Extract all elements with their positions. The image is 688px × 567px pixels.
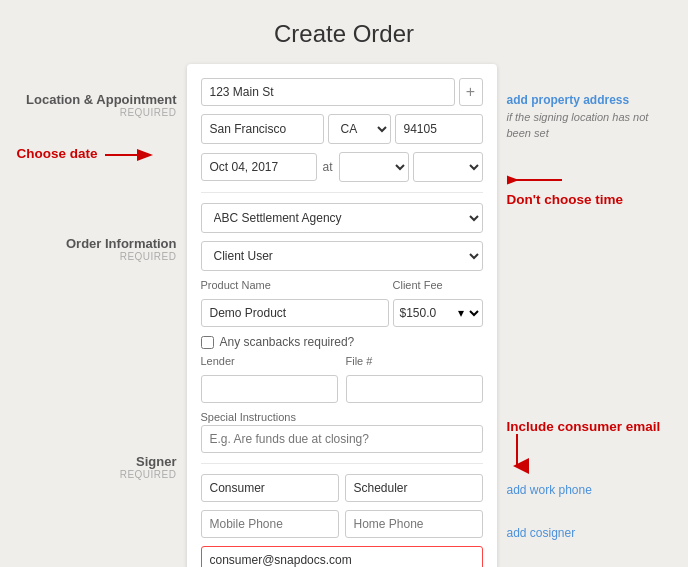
file-input[interactable] [346, 375, 483, 403]
signer-name-row [201, 474, 483, 502]
agency-select[interactable]: ABC Settlement Agency [201, 203, 483, 233]
scheduler-input[interactable] [345, 474, 483, 502]
time-end-select[interactable] [413, 152, 483, 182]
special-instructions-input[interactable] [201, 425, 483, 453]
lender-input[interactable] [201, 375, 338, 403]
lender-file-row [201, 375, 483, 403]
home-phone-input[interactable] [345, 510, 483, 538]
lender-label: Lender [201, 355, 338, 367]
email-input[interactable] [201, 546, 483, 567]
consumer-email-annotation: Include consumer email [507, 419, 661, 434]
product-fee-label-row: Product Name Client Fee [201, 279, 483, 291]
product-fee-row: $150.0 ▾ [201, 299, 483, 327]
consumer-email-annotation-block: Include consumer email [507, 419, 672, 474]
consumer-email-arrow [507, 434, 567, 474]
address-input[interactable] [201, 78, 455, 106]
add-address-button[interactable]: + [459, 78, 483, 106]
product-input[interactable] [201, 299, 389, 327]
fee-select[interactable]: ▾ [452, 300, 482, 326]
scanbacks-checkbox[interactable] [201, 336, 214, 349]
special-instructions-row: Special Instructions [201, 411, 483, 453]
time-select[interactable] [339, 152, 409, 182]
date-input[interactable] [201, 153, 317, 181]
dont-time-annotation: Don't choose time [507, 192, 623, 207]
product-label: Product Name [201, 279, 385, 291]
agency-row: ABC Settlement Agency [201, 203, 483, 233]
fee-label: Client Fee [393, 279, 483, 291]
date-time-row: at [201, 152, 483, 182]
client-user-select[interactable]: Client User [201, 241, 483, 271]
dont-time-annotation-block: Don't choose time [507, 170, 672, 207]
special-instructions-label: Special Instructions [201, 411, 483, 423]
city-input[interactable] [201, 114, 324, 144]
section-order-label: Order Information [17, 236, 177, 251]
mobile-phone-input[interactable] [201, 510, 339, 538]
section-signer-sub: REQUIRED [17, 469, 177, 480]
scanbacks-label: Any scanbacks required? [220, 335, 355, 349]
form-card: + CA at [187, 64, 497, 567]
scanbacks-row: Any scanbacks required? [201, 335, 483, 349]
email-row [201, 546, 483, 567]
choose-date-annotation: Choose date [17, 146, 98, 161]
state-select[interactable]: CA [328, 114, 391, 144]
add-work-phone-annotation[interactable]: add work phone [507, 483, 592, 497]
at-label: at [321, 160, 335, 174]
lender-file-labels: Lender File # [201, 355, 483, 367]
add-work-phone-block: add work phone [507, 482, 672, 497]
section-signer-label: Signer [17, 454, 177, 469]
city-state-zip-row: CA [201, 114, 483, 144]
fee-value: $150.0 [394, 301, 452, 325]
dont-time-arrow [507, 170, 567, 190]
section-location-sub: REQUIRED [17, 107, 177, 118]
zip-input[interactable] [395, 114, 483, 144]
address-row: + [201, 78, 483, 106]
choose-date-arrow [105, 146, 155, 164]
add-property-annotation: add property address if the signing loca… [507, 94, 649, 139]
client-user-row: Client User [201, 241, 483, 271]
phone-row [201, 510, 483, 538]
add-cosigner-block: add cosigner [507, 525, 672, 540]
right-annotations: add property address if the signing loca… [497, 64, 672, 540]
page-title: Create Order [0, 20, 688, 48]
property-annotation-block: add property address if the signing loca… [507, 92, 672, 142]
section-order-sub: REQUIRED [17, 251, 177, 262]
property-note: if the signing location has not been set [507, 111, 649, 139]
file-label: File # [346, 355, 483, 367]
section-location-label: Location & Appointment [17, 92, 177, 107]
consumer-first-input[interactable] [201, 474, 339, 502]
add-cosigner-annotation[interactable]: add cosigner [507, 526, 576, 540]
